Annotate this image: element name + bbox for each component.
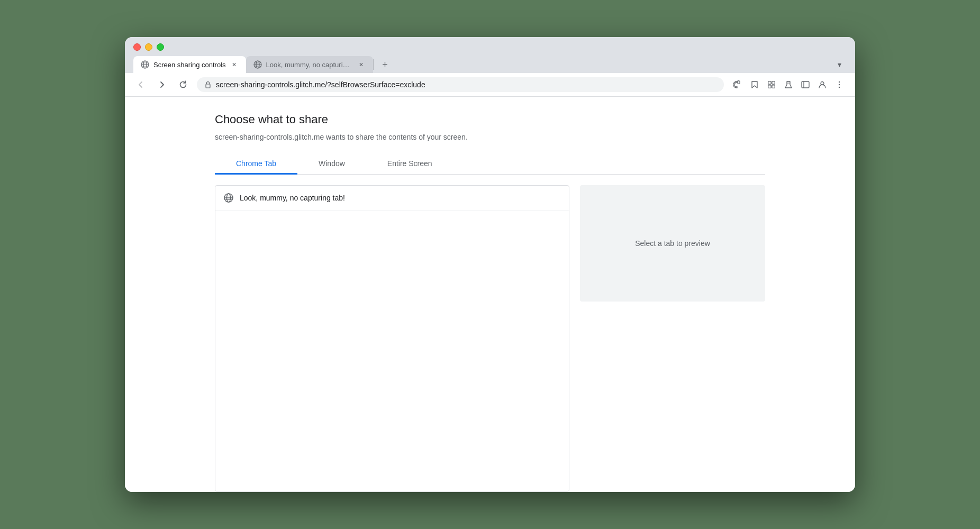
- share-content: Look, mummy, no capturing tab! Select a …: [215, 185, 765, 492]
- tab-screen-sharing-controls[interactable]: Screen sharing controls ✕: [133, 56, 246, 73]
- tab-favicon-2: [253, 60, 262, 69]
- back-button[interactable]: [133, 77, 148, 92]
- forward-icon: [158, 80, 166, 89]
- title-bar: Screen sharing controls ✕ Look, mummy, n…: [125, 37, 855, 73]
- share-icon: [733, 80, 742, 89]
- sidebar-button[interactable]: [798, 77, 813, 92]
- svg-rect-14: [772, 81, 775, 84]
- svg-point-22: [839, 84, 840, 85]
- traffic-lights: [133, 43, 847, 51]
- preview-text: Select a tab to preview: [635, 239, 710, 248]
- forward-button[interactable]: [155, 77, 169, 92]
- extensions-icon: [767, 80, 776, 89]
- lock-icon: [204, 81, 212, 88]
- tab-close-1[interactable]: ✕: [230, 60, 239, 69]
- svg-rect-15: [768, 85, 771, 88]
- lab-button[interactable]: [781, 77, 796, 92]
- lab-icon: [784, 80, 793, 89]
- profile-icon: [818, 80, 827, 89]
- dialog-subtitle: screen-sharing-controls.glitch.me wants …: [215, 133, 765, 141]
- tab-overflow-button[interactable]: ▾: [832, 57, 847, 72]
- close-button[interactable]: [133, 43, 141, 51]
- svg-marker-12: [752, 81, 757, 88]
- tab-divider: [373, 59, 374, 70]
- share-tabs: Chrome Tab Window Entire Screen: [215, 154, 765, 175]
- svg-point-23: [839, 87, 840, 88]
- toolbar-icons: [730, 77, 847, 92]
- dialog-title: Choose what to share: [215, 113, 765, 126]
- share-dialog: Choose what to share screen-sharing-cont…: [215, 113, 765, 492]
- svg-rect-18: [802, 81, 809, 88]
- list-item-title: Look, mummy, no capturing tab!: [240, 194, 345, 202]
- list-item[interactable]: Look, mummy, no capturing tab!: [215, 186, 569, 211]
- browser-window: Screen sharing controls ✕ Look, mummy, n…: [125, 37, 855, 492]
- profile-button[interactable]: [815, 77, 830, 92]
- url-text: screen-sharing-controls.glitch.me/?selfB…: [216, 80, 425, 89]
- tabs-row: Screen sharing controls ✕ Look, mummy, n…: [133, 56, 847, 73]
- svg-rect-10: [206, 84, 210, 88]
- tab-window[interactable]: Window: [297, 154, 366, 175]
- share-button[interactable]: [730, 77, 745, 92]
- reload-button[interactable]: [176, 77, 190, 92]
- maximize-button[interactable]: [157, 43, 164, 51]
- preview-panel: Select a tab to preview: [580, 185, 765, 302]
- new-tab-button[interactable]: +: [378, 57, 393, 72]
- reload-icon: [179, 80, 187, 89]
- svg-rect-11: [738, 81, 740, 84]
- tab-favicon-1: [141, 60, 149, 69]
- extensions-button[interactable]: [764, 77, 779, 92]
- tab-title-2: Look, mummy, no capturing ta…: [266, 61, 353, 69]
- svg-point-21: [839, 81, 840, 83]
- svg-rect-16: [772, 85, 775, 88]
- bookmark-icon: [750, 80, 759, 89]
- tab-close-2[interactable]: ✕: [357, 60, 366, 69]
- tab-list: Look, mummy, no capturing tab!: [215, 185, 569, 492]
- page-content: Choose what to share screen-sharing-cont…: [125, 97, 855, 492]
- bookmark-button[interactable]: [747, 77, 762, 92]
- tab-chrome-tab[interactable]: Chrome Tab: [215, 154, 297, 175]
- sidebar-icon: [801, 80, 810, 89]
- minimize-button[interactable]: [145, 43, 152, 51]
- list-item-favicon: [224, 193, 233, 203]
- tab-entire-screen[interactable]: Entire Screen: [366, 154, 453, 175]
- tab-title-1: Screen sharing controls: [153, 61, 226, 69]
- menu-button[interactable]: [832, 77, 847, 92]
- tab-look-mummy[interactable]: Look, mummy, no capturing ta… ✕: [246, 56, 373, 73]
- address-bar: screen-sharing-controls.glitch.me/?selfB…: [125, 73, 855, 97]
- back-icon: [137, 80, 145, 89]
- svg-rect-13: [768, 81, 771, 84]
- menu-icon: [835, 80, 843, 89]
- address-input[interactable]: screen-sharing-controls.glitch.me/?selfB…: [197, 77, 724, 92]
